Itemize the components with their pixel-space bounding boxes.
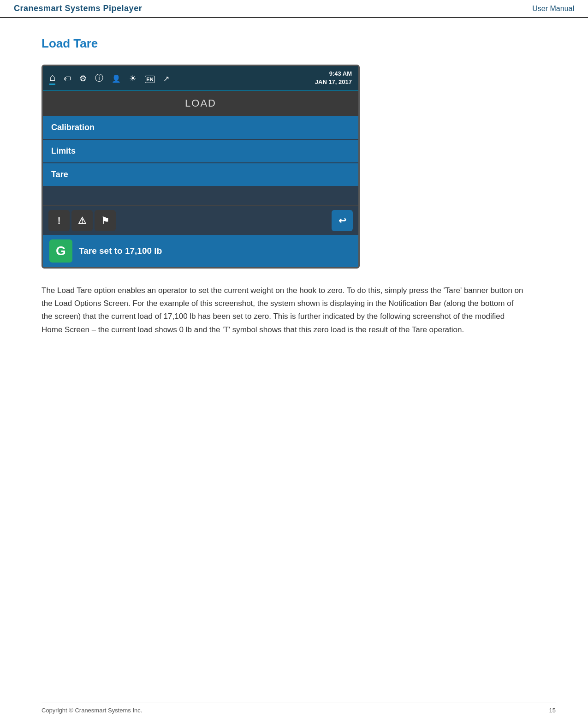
body-text: The Load Tare option enables an operator… <box>42 284 526 336</box>
tag-icon[interactable] <box>64 73 71 84</box>
header-manual: User Manual <box>532 5 574 13</box>
flag-button[interactable]: ⚑ <box>95 210 116 231</box>
notification-text: Tare set to 17,100 lb <box>79 246 162 256</box>
menu-gap <box>43 187 358 205</box>
footer-copyright: Copyright © Cranesmart Systems Inc. <box>42 707 142 714</box>
home-icon[interactable] <box>49 72 55 85</box>
action-bar: ! ⚠ ⚑ ↩ <box>43 205 358 235</box>
status-time: 9:43 AM JAN 17, 2017 <box>315 70 352 86</box>
header-bar: Cranesmart Systems Pipelayer User Manual <box>0 0 588 18</box>
warning-button[interactable]: ⚠ <box>71 210 93 231</box>
footer: Copyright © Cranesmart Systems Inc. 15 <box>42 703 556 714</box>
exclamation-button[interactable]: ! <box>48 210 70 231</box>
device-screen: 9:43 AM JAN 17, 2017 LOAD Calibration Li… <box>42 65 360 269</box>
language-icon[interactable] <box>145 73 154 84</box>
back-button[interactable]: ↩ <box>332 210 353 231</box>
back-icon: ↩ <box>339 215 346 226</box>
status-bar: 9:43 AM JAN 17, 2017 <box>43 66 358 91</box>
info-icon[interactable] <box>95 72 103 84</box>
menu-item-tare[interactable]: Tare <box>43 163 358 187</box>
person-icon[interactable] <box>112 73 121 84</box>
brightness-icon[interactable] <box>129 73 137 84</box>
exclamation-icon: ! <box>58 215 61 226</box>
page-content: Load Tare <box>0 18 588 355</box>
section-heading: Load Tare <box>42 36 556 51</box>
footer-page-number: 15 <box>549 707 556 714</box>
header-title: Cranesmart Systems Pipelayer <box>14 4 142 13</box>
menu-item-limits[interactable]: Limits <box>43 140 358 163</box>
gear-icon[interactable] <box>79 73 87 84</box>
load-label: LOAD <box>43 91 358 116</box>
menu-item-calibration[interactable]: Calibration <box>43 116 358 140</box>
flag-icon: ⚑ <box>101 215 109 226</box>
status-date-value: JAN 17, 2017 <box>315 78 352 86</box>
warning-icon: ⚠ <box>78 215 86 226</box>
notification-g-icon: G <box>49 239 72 263</box>
notification-bar: G Tare set to 17,100 lb <box>43 235 358 267</box>
signal-icon[interactable] <box>163 73 169 84</box>
status-time-value: 9:43 AM <box>315 70 352 78</box>
